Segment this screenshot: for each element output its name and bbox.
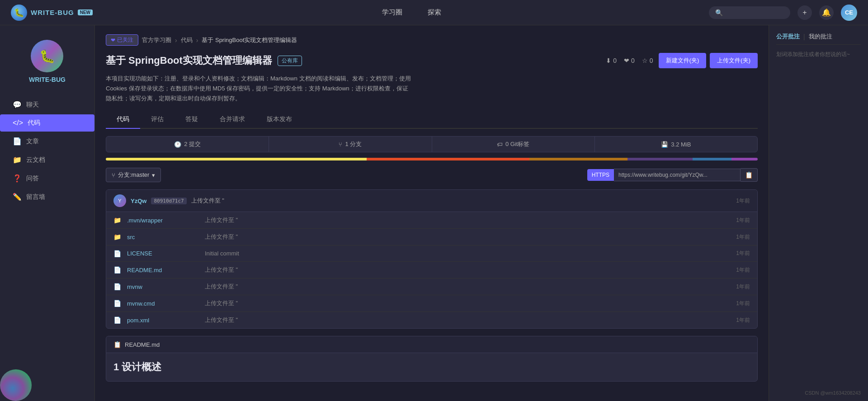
file-name[interactable]: mvnw.cmd [127,300,199,307]
logo[interactable]: 🐛 WRITE-BUG NEW [11,5,93,21]
tab-release[interactable]: 版本发布 [256,111,303,129]
tab-merge[interactable]: 合并请求 [209,111,256,129]
download-count: 0 [613,57,617,64]
sidebar-label-code: 代码 [28,119,40,127]
url-row: HTTPS https://www.writebug.com/git/YzQw.… [587,168,758,182]
search-box[interactable]: 🔍 [709,6,790,19]
table-row: 📄 LICENSE Initial commit 1年前 [106,245,757,262]
annotation-tab-mine[interactable]: 我的批注 [809,33,832,41]
tab-qa[interactable]: 答疑 [175,111,209,129]
logo-text: WRITE-BUG [31,9,74,16]
commit-hash: 80910d71c7 [151,198,186,204]
layout: 🐛 WRITE-BUG 💬 聊天 </> 代码 📄 文章 📁 云文档 ❓ [0,25,868,401]
add-button[interactable]: + [797,5,812,20]
notification-button[interactable]: 🔔 [819,5,834,20]
sidebar-nav: 💬 聊天 </> 代码 📄 文章 📁 云文档 ❓ 问答 ✏️ 留言墙 [0,96,94,206]
nav-links: 学习圈 探索 [114,6,709,19]
tags-count: 0 Git标签 [505,140,529,148]
upload-button[interactable]: 上传文件(夹) [710,53,758,68]
main-content: ❤ 已关注 官方学习圈 › 代码 › 基于 SpringBoot实现文档管理编辑… [95,25,769,401]
logo-badge: NEW [78,9,93,15]
stat-stars: ☆ 0 [642,57,653,64]
breadcrumb-item-0[interactable]: 官方学习圈 [142,36,171,44]
file-time: 1年前 [736,250,750,257]
table-row: 📄 README.md 上传文件至 " 1年前 [106,262,757,278]
meta-size: 💾 3.2 MiB [595,137,757,151]
profile-avatar[interactable]: 🐛 [31,40,63,72]
readme-body: 1 设计概述 [106,353,757,381]
sidebar-label-qa: 问答 [26,175,39,183]
like-icon: ❤ [624,57,629,64]
file-name[interactable]: LICENSE [127,250,199,257]
table-row: 📄 mvnw 上传文件至 " 1年前 [106,278,757,295]
repo-stats: ⬇ 0 ❤ 0 ☆ 0 [606,57,653,64]
file-icon: 📄 [113,283,122,290]
sidebar-item-qa[interactable]: ❓ 问答 [0,170,94,187]
sidebar-item-cloud[interactable]: 📁 云文档 [0,151,94,169]
file-table: Y YzQw 80910d71c7 上传文件至 " 1年前 📁 .mvn/wra… [106,189,758,329]
branch-label: 分支:master [118,171,149,179]
commits-count: 2 提交 [184,140,201,148]
like-count: 0 [631,57,635,64]
follow-button[interactable]: ❤ 已关注 [106,34,138,46]
repo-header: 基于 SpringBoot实现文档管理编辑器 公有库 ⬇ 0 ❤ 0 ☆ 0 新… [106,53,758,68]
file-name[interactable]: .mvn/wrapper [127,217,199,224]
sidebar-profile: 🐛 WRITE-BUG [29,34,66,94]
sidebar-item-code[interactable]: </> 代码 [0,114,94,132]
file-icon: 📄 [113,266,122,274]
nav-link-explore[interactable]: 探索 [424,6,445,19]
copy-url-button[interactable]: 📋 [741,168,758,182]
size-value: 3.2 MiB [671,141,691,148]
file-name[interactable]: src [127,234,199,241]
file-commit: 上传文件至 " [205,266,731,274]
file-name[interactable]: mvnw [127,283,199,290]
file-commit: 上传文件至 " [205,299,731,307]
table-row: 📄 pom.xml 上传文件至 " 1年前 [106,312,757,328]
repo-description: 本项目实现功能如下：注册、登录和个人资料修改；文档编辑：Markdown 文档的… [106,74,413,104]
readme-icon: 📋 [113,341,121,348]
file-name[interactable]: pom.xml [127,317,199,324]
file-name[interactable]: README.md [127,267,199,274]
file-icon: 📄 [113,316,122,324]
table-row: 📁 .mvn/wrapper 上传文件至 " 1年前 [106,212,757,229]
breadcrumb-sep-1: › [196,37,198,44]
commit-user[interactable]: YzQw [131,198,146,204]
profile-name: WRITE-BUG [29,76,66,83]
user-avatar[interactable]: CE [841,5,857,21]
star-count: 0 [650,57,653,64]
file-time: 1年前 [736,233,750,241]
article-icon: 📄 [13,137,22,146]
search-input[interactable] [726,9,784,16]
tab-review[interactable]: 评估 [140,111,175,129]
branch-selector[interactable]: ⑂ 分支:master ▾ [106,168,161,182]
chevron-down-icon: ▾ [152,172,155,179]
sidebar: 🐛 WRITE-BUG 💬 聊天 </> 代码 📄 文章 📁 云文档 ❓ [0,25,95,401]
code-icon: </> [13,119,23,127]
sidebar-item-chat[interactable]: 💬 聊天 [0,96,94,113]
breadcrumb-item-1[interactable]: 代码 [181,36,193,44]
file-commit: 上传文件至 " [205,216,731,224]
annotation-tab-public[interactable]: 公开批注 [776,33,800,41]
meta-commits: 🕐 2 提交 [106,137,269,152]
sidebar-label-article: 文章 [26,137,39,146]
repo-actions: 新建文件(夹) 上传文件(夹) [659,53,758,68]
commit-message: 上传文件至 " [191,197,224,205]
branch-icon: ⑂ [112,172,115,179]
commit-avatar: Y [113,194,126,207]
tags-icon: 🏷 [497,141,503,148]
commit-header-row: Y YzQw 80910d71c7 上传文件至 " 1年前 [106,190,757,212]
file-icon: 📄 [113,250,122,257]
nav-link-learning[interactable]: 学习圈 [378,6,406,19]
file-commit: Initial commit [205,250,731,257]
sidebar-item-article[interactable]: 📄 文章 [0,132,94,150]
qa-icon: ❓ [13,174,22,183]
follow-label: 已关注 [117,36,133,44]
file-commit: 上传文件至 " [205,316,731,324]
follow-icon: ❤ [111,37,115,43]
sidebar-label-guestbook: 留言墙 [26,193,45,201]
new-file-button[interactable]: 新建文件(夹) [659,53,707,68]
size-icon: 💾 [661,141,668,148]
stat-likes: ❤ 0 [624,57,635,64]
tab-code[interactable]: 代码 [106,111,140,129]
sidebar-item-guestbook[interactable]: ✏️ 留言墙 [0,188,94,206]
